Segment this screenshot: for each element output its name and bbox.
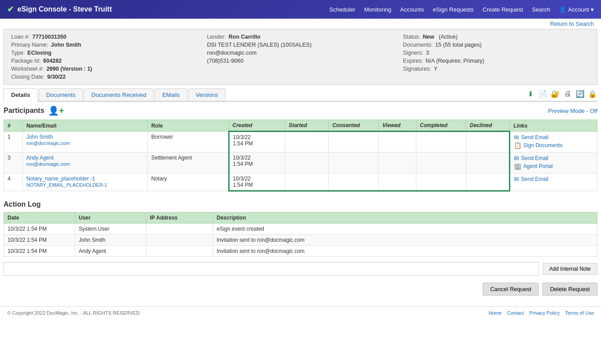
- tabs-left: Details Documents Documents Received EMa…: [4, 88, 226, 101]
- return-to-search-link[interactable]: Return to Search: [550, 20, 594, 27]
- send-email-link[interactable]: ✉Send Email: [514, 134, 593, 141]
- participant-name-link[interactable]: Notary_name_placeholder -1: [26, 176, 144, 182]
- participants-section-header: Participants 👤+ Preview Mode - Off: [4, 105, 597, 116]
- participant-created: 10/3/221:54 PM: [229, 152, 285, 173]
- participant-links: ✉Send Email📋Sign Documents: [510, 132, 597, 152]
- closing-date-value: 9/30/22: [47, 74, 66, 80]
- participant-name-link[interactable]: Andy Agent: [26, 155, 144, 161]
- footer-link-terms[interactable]: Terms of Use: [565, 310, 594, 316]
- col-header-declined: Declined: [466, 120, 510, 132]
- nav-create-request[interactable]: Create Request: [483, 6, 523, 13]
- worksheet-label: Worksheet #:: [11, 66, 44, 72]
- package-id-value: 604282: [43, 58, 62, 64]
- action-log-table: Date User IP Address Description 10/3/22…: [4, 212, 597, 257]
- loan-number-row: Loan #: 77710031350: [11, 34, 198, 40]
- log-date: 10/3/22 1:54 PM: [4, 235, 75, 246]
- refresh-icon[interactable]: 🔄: [575, 89, 585, 99]
- sign-documents-link[interactable]: 📋Sign Documents: [514, 142, 593, 149]
- nav-account[interactable]: 👤 Account ▾: [559, 6, 594, 13]
- nav-monitoring[interactable]: Monitoring: [364, 6, 391, 13]
- closing-date-row: Closing Date: 9/30/22: [11, 74, 198, 80]
- participant-completed: [416, 132, 466, 152]
- expires-value: N/A (Requires: Primary): [426, 58, 484, 64]
- preview-mode-label[interactable]: Preview Mode - Off: [548, 108, 597, 114]
- participant-role: Borrower: [147, 132, 229, 152]
- dropdown-icon: ▾: [591, 6, 594, 13]
- tab-details[interactable]: Details: [4, 88, 38, 102]
- nav-esign-requests[interactable]: eSign Requests: [433, 6, 474, 13]
- user-lock-icon[interactable]: 🔐: [550, 89, 560, 99]
- signatures-value: Y: [434, 66, 437, 72]
- add-participant-icon[interactable]: 👤+: [48, 105, 65, 116]
- expires-row: Expires: N/A (Requires: Primary): [403, 58, 590, 64]
- green-arrow-icon[interactable]: ⬇: [525, 89, 535, 99]
- col-header-viewed: Viewed: [379, 120, 416, 132]
- participant-email-link[interactable]: ron@docmagic.com: [26, 161, 70, 167]
- footer-link-privacy[interactable]: Privacy Policy: [529, 310, 560, 316]
- participant-role: Settlement Agent: [147, 152, 229, 173]
- lender-label: Lender:: [207, 34, 226, 40]
- tab-documents-received[interactable]: Documents Received: [84, 88, 154, 101]
- add-internal-note-button[interactable]: Add Internal Note: [543, 263, 597, 275]
- tab-versions[interactable]: Versions: [188, 88, 226, 101]
- col-header-consented: Consented: [329, 120, 379, 132]
- type-label: Type:: [11, 50, 25, 56]
- signers-value: 3: [426, 50, 429, 56]
- worksheet-value: 2990 (Version : 1): [46, 66, 92, 72]
- log-user: Andy Agent: [75, 246, 146, 257]
- tabs-row: Details Documents Documents Received EMa…: [4, 88, 597, 102]
- loan-number-value: 77710031350: [32, 34, 66, 40]
- participants-table-header: # Name/Email Role Created Started Consen…: [4, 120, 597, 132]
- nav-accounts[interactable]: Accounts: [400, 6, 424, 13]
- agent-portal-link[interactable]: 🏢Agent Portal: [514, 163, 593, 170]
- logo: ✔ eSign Console - Steve Truitt: [7, 4, 329, 14]
- print-icon[interactable]: 🖨: [563, 89, 573, 99]
- cancel-request-button[interactable]: Cancel Request: [483, 283, 539, 296]
- signers-label: Signers:: [403, 50, 424, 56]
- status-value: New: [423, 34, 435, 40]
- lender-phone-value: (708)531-9060: [207, 58, 243, 64]
- documents-row: Documents: 15 (55 total pages): [403, 42, 590, 48]
- logo-checkmark: ✔: [7, 4, 14, 14]
- pdf-icon[interactable]: 📄: [538, 89, 548, 99]
- action-log-header: Date User IP Address Description: [4, 212, 597, 224]
- delete-request-button[interactable]: Delete Request: [542, 283, 597, 296]
- participant-name-link[interactable]: John Smith: [26, 134, 144, 140]
- participant-declined: [466, 173, 510, 191]
- send-email-link[interactable]: ✉Send Email: [514, 176, 593, 183]
- log-description: Invitation sent to ron@docmagic.com: [213, 246, 597, 257]
- type-row: Type: EClosing: [11, 50, 198, 56]
- type-value: EClosing: [28, 50, 52, 56]
- footer-link-contact[interactable]: Contact: [507, 310, 524, 316]
- app-title: eSign Console - Steve Truitt: [17, 5, 112, 13]
- email-icon: ✉: [514, 155, 519, 162]
- portal-icon: 🏢: [514, 163, 521, 170]
- lock-icon[interactable]: 🔒: [588, 89, 597, 99]
- participant-completed: [416, 152, 466, 173]
- participant-completed: [416, 173, 466, 191]
- table-row: 1John Smithron@docmagic.comBorrower10/3/…: [4, 132, 597, 152]
- signatures-label: Signatures:: [403, 66, 431, 72]
- col-header-date: Date: [4, 212, 75, 224]
- tab-documents[interactable]: Documents: [39, 88, 83, 101]
- info-col-3: Status: New (Active) Documents: 15 (55 t…: [403, 34, 590, 80]
- log-user: System User: [75, 224, 146, 235]
- participant-viewed: [379, 132, 416, 152]
- log-ip: [146, 224, 213, 235]
- tab-icons-row: ⬇ 📄 🔐 🖨 🔄 🔒: [525, 89, 597, 100]
- participant-created: 10/3/221:54 PM: [229, 132, 285, 152]
- action-log-row: 10/3/22 1:54 PMAndy AgentInvitation sent…: [4, 246, 597, 257]
- participant-email-link[interactable]: ron@docmagic.com: [26, 140, 70, 146]
- table-row: 4Notary_name_placeholder -1NOTARY_EMAIL_…: [4, 173, 597, 191]
- participant-number: 3: [4, 152, 23, 173]
- footer-link-home[interactable]: Home: [488, 310, 501, 316]
- nav-scheduler[interactable]: Scheduler: [329, 6, 355, 13]
- participant-email-link[interactable]: NOTARY_EMAIL_PLACEHOLDER-1: [26, 182, 107, 188]
- footer-links: Home Contact Privacy Policy Terms of Use: [488, 310, 594, 316]
- tab-emails[interactable]: EMails: [155, 88, 187, 101]
- info-col-2: Lender: Ron Carrillo DSI TEST LENDER (SA…: [207, 34, 394, 80]
- nav-search[interactable]: Search: [532, 6, 550, 13]
- internal-note-input[interactable]: [4, 262, 539, 276]
- participant-consented: [329, 152, 379, 173]
- send-email-link[interactable]: ✉Send Email: [514, 155, 593, 162]
